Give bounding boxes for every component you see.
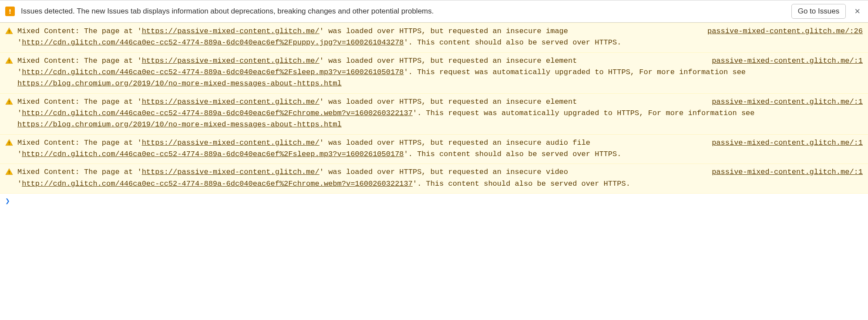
svg-rect-3 xyxy=(9,32,10,33)
console-warning: passive-mixed-content.glitch.me/:1Mixed … xyxy=(0,164,868,194)
message-source-link[interactable]: passive-mixed-content.glitch.me/:1 xyxy=(712,167,863,178)
svg-rect-10 xyxy=(9,171,10,173)
message-text: '. This request was automatically upgrad… xyxy=(404,68,746,76)
svg-rect-8 xyxy=(9,142,10,144)
console-warning: passive-mixed-content.glitch.me/:1Mixed … xyxy=(0,94,868,135)
message-text: '. This content should also be served ov… xyxy=(404,38,622,47)
page-url-link[interactable]: https://passive-mixed-content.glitch.me/ xyxy=(142,139,320,147)
message-body: passive-mixed-content.glitch.me/:1Mixed … xyxy=(17,96,863,131)
info-url-link[interactable]: https://blog.chromium.org/2019/10/no-mor… xyxy=(17,120,342,129)
message-text: Mixed Content: The page at ' xyxy=(17,57,142,65)
resource-url-link[interactable]: http://cdn.glitch.com/446ca0ec-cc52-4774… xyxy=(22,68,404,76)
console-messages: passive-mixed-content.glitch.me/:26Mixed… xyxy=(0,23,868,194)
svg-rect-7 xyxy=(9,103,10,104)
issues-bar: Issues detected. The new Issues tab disp… xyxy=(0,0,868,23)
svg-rect-9 xyxy=(9,144,10,145)
svg-rect-0 xyxy=(10,9,11,12)
issues-icon xyxy=(5,7,15,16)
svg-rect-2 xyxy=(9,30,10,32)
warning-icon xyxy=(5,168,13,176)
resource-url-link[interactable]: http://cdn.glitch.com/446ca0ec-cc52-4774… xyxy=(22,109,413,117)
message-body: passive-mixed-content.glitch.me/:1Mixed … xyxy=(17,137,863,160)
page-url-link[interactable]: https://passive-mixed-content.glitch.me/ xyxy=(142,98,320,106)
message-text: '. This request was automatically upgrad… xyxy=(413,109,755,117)
warning-icon xyxy=(5,27,13,35)
message-source-link[interactable]: passive-mixed-content.glitch.me/:1 xyxy=(712,55,863,67)
message-body: passive-mixed-content.glitch.me/:26Mixed… xyxy=(17,26,863,49)
message-source-link[interactable]: passive-mixed-content.glitch.me/:1 xyxy=(712,96,863,108)
console-prompt[interactable]: ❯ xyxy=(0,194,868,208)
svg-rect-1 xyxy=(10,13,11,14)
svg-rect-6 xyxy=(9,100,10,102)
close-icon[interactable]: × xyxy=(852,7,863,16)
resource-url-link[interactable]: http://cdn.glitch.com/446ca0ec-cc52-4774… xyxy=(22,180,413,188)
warning-icon xyxy=(5,139,13,146)
console-warning: passive-mixed-content.glitch.me/:1Mixed … xyxy=(0,53,868,94)
message-body: passive-mixed-content.glitch.me/:1Mixed … xyxy=(17,55,863,90)
page-url-link[interactable]: https://passive-mixed-content.glitch.me/ xyxy=(142,27,320,35)
message-text: Mixed Content: The page at ' xyxy=(17,27,142,35)
resource-url-link[interactable]: http://cdn.glitch.com/446ca0ec-cc52-4774… xyxy=(22,150,404,158)
message-body: passive-mixed-content.glitch.me/:1Mixed … xyxy=(17,167,863,190)
page-url-link[interactable]: https://passive-mixed-content.glitch.me/ xyxy=(142,168,320,176)
message-text: '. This content should also be served ov… xyxy=(404,150,622,158)
warning-icon xyxy=(5,57,13,65)
message-source-link[interactable]: passive-mixed-content.glitch.me/:26 xyxy=(707,26,863,37)
message-text: Mixed Content: The page at ' xyxy=(17,98,142,106)
info-url-link[interactable]: https://blog.chromium.org/2019/10/no-mor… xyxy=(17,79,342,88)
message-source-link[interactable]: passive-mixed-content.glitch.me/:1 xyxy=(712,137,863,149)
resource-url-link[interactable]: http://cdn.glitch.com/446ca0ec-cc52-4774… xyxy=(22,38,404,47)
svg-rect-11 xyxy=(9,174,10,174)
message-text: Mixed Content: The page at ' xyxy=(17,139,142,147)
message-text: '. This content should also be served ov… xyxy=(413,180,630,188)
svg-rect-5 xyxy=(9,62,10,63)
warning-icon xyxy=(5,98,13,106)
message-text: Mixed Content: The page at ' xyxy=(17,168,142,176)
svg-rect-4 xyxy=(9,59,10,61)
console-warning: passive-mixed-content.glitch.me/:1Mixed … xyxy=(0,135,868,164)
go-to-issues-button[interactable]: Go to Issues xyxy=(791,4,846,19)
page-url-link[interactable]: https://passive-mixed-content.glitch.me/ xyxy=(142,57,320,65)
console-warning: passive-mixed-content.glitch.me/:26Mixed… xyxy=(0,23,868,53)
issues-text: Issues detected. The new Issues tab disp… xyxy=(21,7,785,16)
